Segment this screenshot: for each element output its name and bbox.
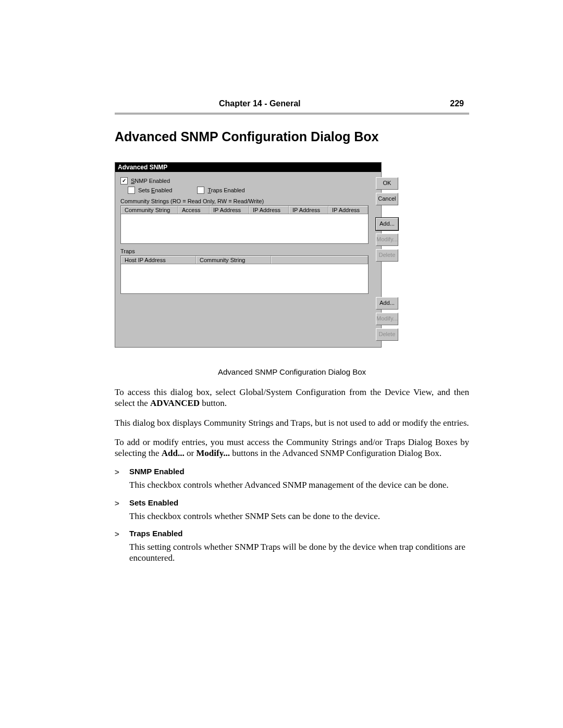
traps-caption: Traps (120, 248, 369, 254)
col-ip1: IP Address (210, 206, 249, 214)
item-body: This checkbox controls whether SNMP Sets… (129, 511, 469, 522)
community-strings-header: Community String Access IP Address IP Ad… (121, 206, 368, 214)
chapter-label: Chapter 14 - General (219, 99, 301, 108)
community-strings-caption: Community Strings (RO = Read Only, RW = … (120, 198, 369, 204)
snmp-enabled-label: SSNMP EnabledNMP Enabled (131, 178, 170, 184)
col-ip4: IP Address (328, 206, 368, 214)
community-modify-button[interactable]: Modify... (376, 233, 398, 246)
item-snmp-enabled: > SNMP Enabled (115, 467, 469, 476)
item-body: This setting controls whether SNMP Traps… (129, 541, 469, 564)
traps-add-button[interactable]: Add... (376, 297, 398, 310)
document-page: Chapter 14 - General 229 Advanced SNMP C… (0, 0, 563, 654)
page-title: Advanced SNMP Configuration Dialog Box (115, 129, 469, 144)
page-header: Chapter 14 - General 229 (115, 99, 469, 113)
traps-enabled-checkbox[interactable] (197, 187, 204, 194)
chevron-icon: > (115, 467, 122, 476)
header-rule (115, 113, 469, 115)
col-ip2: IP Address (249, 206, 289, 214)
chevron-icon: > (115, 529, 122, 538)
item-traps-enabled: > Traps Enabled (115, 529, 469, 538)
item-sets-enabled: > Sets Enabled (115, 498, 469, 508)
community-add-button[interactable]: Add... (376, 218, 398, 230)
snmp-enabled-checkbox[interactable]: ✓ (120, 177, 128, 184)
col-host-ip: Host IP Address (121, 256, 196, 264)
item-heading: Sets Enabled (129, 498, 178, 508)
col-ip3: IP Address (289, 206, 328, 214)
traps-list[interactable]: Host IP Address Community String (120, 255, 369, 294)
advanced-snmp-dialog: Advanced SNMP ✓ SSNMP EnabledNMP Enabled… (115, 162, 382, 348)
traps-enabled-label: Traps Enabled (207, 187, 244, 193)
community-strings-list[interactable]: Community String Access IP Address IP Ad… (120, 205, 369, 244)
figure-caption: Advanced SNMP Configuration Dialog Box (115, 367, 469, 376)
traps-modify-button[interactable]: Modify... (376, 313, 398, 325)
paragraph-addmodify: To add or modify entries, you must acces… (115, 437, 469, 459)
paragraph-access: To access this dialog box, select Global… (115, 387, 469, 409)
item-heading: Traps Enabled (129, 529, 183, 538)
cancel-button[interactable]: Cancel (376, 193, 398, 205)
col-community-string: Community String (121, 206, 178, 214)
paragraph-displays: This dialog box displays Community Strin… (115, 417, 469, 428)
sets-enabled-checkbox[interactable] (128, 187, 135, 194)
traps-delete-button[interactable]: Delete (376, 328, 398, 341)
ok-button[interactable]: OK (376, 177, 398, 190)
item-heading: SNMP Enabled (129, 467, 185, 476)
chevron-icon: > (115, 498, 122, 508)
traps-header: Host IP Address Community String (121, 256, 368, 264)
page-number: 229 (450, 99, 464, 108)
item-body: This checkbox controls whether Advanced … (129, 479, 469, 490)
community-delete-button[interactable]: Delete (376, 249, 398, 262)
col-community: Community String (196, 256, 271, 264)
col-access: Access (178, 206, 210, 214)
dialog-titlebar: Advanced SNMP (115, 163, 381, 172)
sets-enabled-label: Sets Enabled (138, 187, 172, 193)
